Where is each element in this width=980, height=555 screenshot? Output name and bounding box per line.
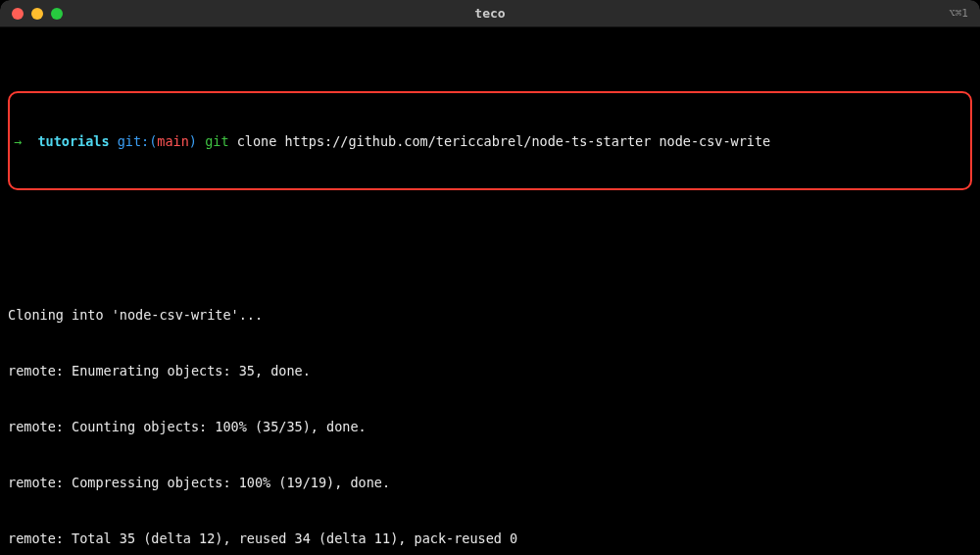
git-branch: main: [157, 133, 189, 149]
terminal-content[interactable]: → tutorials git:(main) git clone https:/…: [0, 27, 980, 555]
output-line: Cloning into 'node-csv-write'...: [8, 306, 972, 325]
minimize-icon[interactable]: [31, 8, 43, 20]
window-title: teco: [0, 4, 980, 23]
traffic-lights: [12, 8, 63, 20]
prompt-line-1: → tutorials git:(main) git clone https:/…: [14, 132, 966, 151]
prompt-dir: tutorials: [37, 133, 109, 149]
output-line: remote: Compressing objects: 100% (19/19…: [8, 474, 972, 492]
output-line: remote: Total 35 (delta 12), reused 34 (…: [8, 530, 972, 548]
tab-indicator: ⌥⌘1: [949, 4, 968, 23]
git-label: git:(: [118, 133, 158, 149]
cmd-rest: clone https://github.com/tericcabrel/nod…: [229, 133, 771, 149]
highlight-git-clone: → tutorials git:(main) git clone https:/…: [8, 91, 972, 190]
git-close: ): [189, 133, 197, 149]
window-titlebar: teco ⌥⌘1: [0, 0, 980, 27]
blank-line: [8, 250, 972, 269]
maximize-icon[interactable]: [51, 8, 63, 20]
cmd-git: git: [205, 133, 228, 149]
prompt-arrow-icon: →: [14, 133, 22, 149]
output-line: remote: Enumerating objects: 35, done.: [8, 362, 972, 380]
close-icon[interactable]: [12, 8, 24, 20]
output-line: remote: Counting objects: 100% (35/35), …: [8, 418, 972, 436]
